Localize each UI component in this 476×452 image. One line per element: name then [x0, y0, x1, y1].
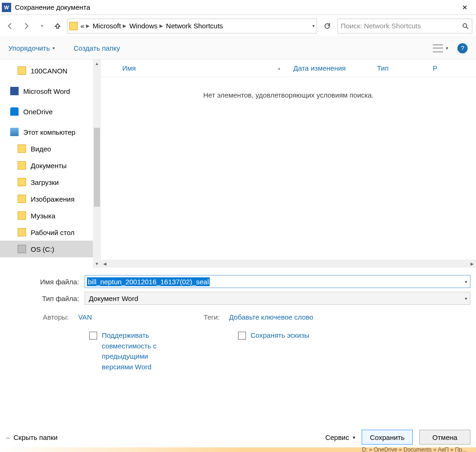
scroll-left-arrow[interactable]: ◀: [101, 260, 109, 268]
folder-icon: [18, 178, 26, 186]
view-menu[interactable]: ▾: [433, 44, 448, 52]
folder-icon: [18, 195, 26, 203]
sidebar-item-onedrive[interactable]: OneDrive: [0, 103, 93, 120]
sidebar-item-desktop[interactable]: Рабочий стол: [0, 224, 93, 241]
onedrive-icon: [10, 107, 19, 116]
folder-icon: [18, 66, 26, 75]
checkbox-icon: [89, 332, 97, 340]
scroll-down-arrow[interactable]: ▼: [93, 260, 101, 268]
content-hscrollbar[interactable]: ◀ ▶: [101, 260, 476, 268]
column-name[interactable]: Имя▴: [101, 64, 287, 72]
tags-value[interactable]: Добавьте ключевое слово: [229, 313, 313, 321]
folder-icon: [18, 228, 26, 236]
sort-indicator-icon: ▴: [278, 66, 280, 71]
filename-input[interactable]: bill_neptun_20012016_16137(02)_seal ▾: [85, 275, 470, 288]
folder-icon: [18, 211, 26, 220]
breadcrumb-root[interactable]: «▶: [80, 22, 90, 30]
word-icon: [10, 87, 19, 95]
search-icon: [462, 22, 469, 30]
organise-menu[interactable]: Упорядочить▾: [8, 44, 55, 52]
sidebar-item-pictures[interactable]: Изображения: [0, 190, 93, 207]
address-dropdown[interactable]: ▾: [312, 23, 315, 28]
sidebar-item-os-c[interactable]: OS (C:): [0, 241, 93, 257]
checkbox-thumbnails[interactable]: Сохранять эскизы: [238, 330, 309, 372]
filetype-label: Тип файла:: [6, 295, 85, 302]
scroll-up-arrow[interactable]: ▲: [93, 59, 101, 67]
status-bar: D: » OneDrive » Documents » АиП » Пр...: [0, 447, 476, 452]
up-button[interactable]: [51, 20, 64, 33]
sidebar-item-downloads[interactable]: Загрузки: [0, 174, 93, 190]
svg-point-0: [463, 24, 467, 27]
sidebar-item-music[interactable]: Музыка: [0, 207, 93, 224]
hide-folders-toggle[interactable]: ︿ Скрыть папки: [6, 433, 58, 441]
filename-label: Имя файла:: [6, 278, 85, 286]
scroll-thumb[interactable]: [94, 128, 100, 207]
breadcrumb-network-shortcuts[interactable]: Network Shortcuts: [166, 22, 223, 30]
tags-label: Теги:: [204, 313, 220, 321]
breadcrumb-microsoft[interactable]: Microsoft▶: [93, 22, 126, 30]
column-type[interactable]: Тип: [370, 64, 426, 72]
filetype-select[interactable]: Документ Word ▾: [85, 292, 470, 305]
forward-button[interactable]: [20, 20, 33, 33]
window-title: Сохранение документа: [15, 3, 456, 11]
title-bar: W Сохранение документа ✕: [0, 0, 476, 15]
sidebar-item-videos[interactable]: Видео: [0, 140, 93, 157]
sidebar: 100CANON Microsoft Word OneDrive Этот ко…: [0, 59, 93, 268]
search-input[interactable]: Поиск: Network Shortcuts: [337, 19, 472, 33]
toolbar: Упорядочить▾ Создать папку ▾ ?: [0, 37, 476, 59]
chevron-up-icon: ︿: [6, 434, 11, 441]
save-fields: Имя файла: bill_neptun_20012016_16137(02…: [0, 268, 476, 376]
authors-label: Авторы:: [43, 313, 69, 321]
tools-menu[interactable]: Сервис▾: [325, 433, 355, 441]
file-list: Имя▴ Дата изменения Тип Р Нет элементов,…: [101, 59, 476, 268]
sidebar-item-documents[interactable]: Документы: [0, 157, 93, 174]
sidebar-item-this-pc[interactable]: Этот компьютер: [0, 124, 93, 140]
computer-icon: [10, 128, 19, 136]
search-placeholder: Поиск: Network Shortcuts: [341, 22, 459, 30]
word-app-icon: W: [2, 3, 11, 12]
drive-icon: [18, 245, 26, 253]
folder-icon: [18, 161, 26, 170]
list-view-icon: [433, 44, 443, 52]
sidebar-item-microsoft-word[interactable]: Microsoft Word: [0, 83, 93, 99]
sidebar-item-100canon[interactable]: 100CANON: [0, 62, 93, 79]
dialog-footer: ︿ Скрыть папки Сервис▾ Сохранить Отмена: [0, 430, 476, 445]
chevron-down-icon[interactable]: ▾: [465, 279, 467, 284]
nav-bar: ▾ «▶ Microsoft▶ Windows▶ Network Shortcu…: [0, 15, 476, 37]
checkbox-icon: [238, 332, 246, 340]
list-header: Имя▴ Дата изменения Тип Р: [101, 59, 476, 77]
column-size[interactable]: Р: [426, 64, 444, 72]
cancel-button[interactable]: Отмена: [419, 430, 470, 445]
new-folder-button[interactable]: Создать папку: [73, 44, 120, 52]
empty-folder-message: Нет элементов, удовлетворяющих условиям …: [101, 77, 476, 99]
authors-value[interactable]: VAN: [78, 313, 92, 321]
filetype-value: Документ Word: [89, 295, 138, 302]
folder-icon: [18, 144, 26, 153]
column-date[interactable]: Дата изменения: [287, 64, 370, 72]
scroll-right-arrow[interactable]: ▶: [468, 260, 476, 268]
dialog-body: 100CANON Microsoft Word OneDrive Этот ко…: [0, 59, 476, 268]
address-bar[interactable]: «▶ Microsoft▶ Windows▶ Network Shortcuts…: [67, 19, 317, 33]
breadcrumb-windows[interactable]: Windows▶: [129, 22, 163, 30]
chevron-down-icon[interactable]: ▾: [465, 296, 467, 301]
filename-value: bill_neptun_20012016_16137(02)_seal: [87, 277, 210, 286]
sidebar-scrollbar[interactable]: ▲ ▼: [93, 59, 101, 268]
refresh-button[interactable]: [320, 19, 335, 33]
back-button[interactable]: [4, 20, 17, 33]
close-button[interactable]: ✕: [456, 4, 474, 11]
checkbox-compatibility[interactable]: Поддерживать совместимость с предыдущими…: [89, 330, 173, 372]
folder-icon: [69, 22, 78, 30]
save-button[interactable]: Сохранить: [362, 430, 413, 445]
help-button[interactable]: ?: [457, 43, 468, 53]
recent-dropdown[interactable]: ▾: [35, 20, 48, 33]
